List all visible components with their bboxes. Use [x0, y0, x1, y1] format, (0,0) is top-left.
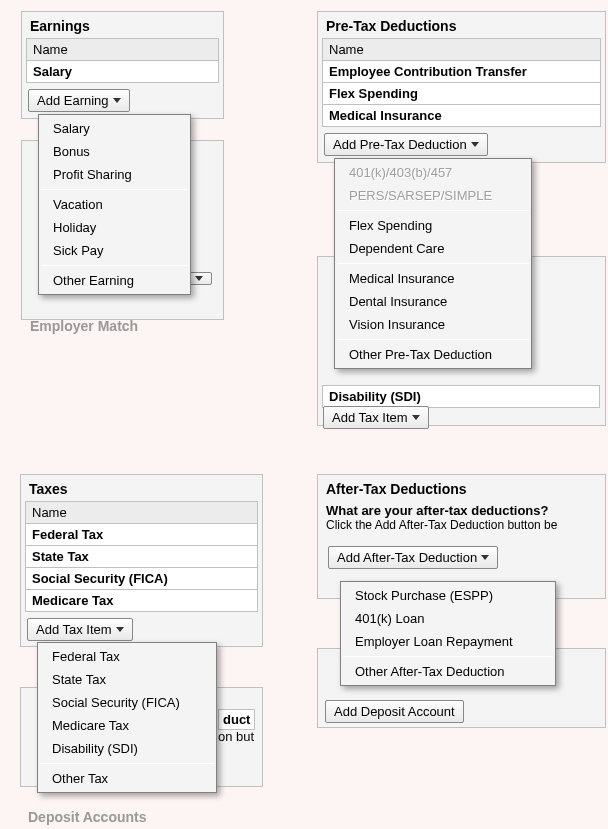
- pretax-row-ect[interactable]: Employee Contribution Transfer: [322, 61, 601, 83]
- menu-item-bonus[interactable]: Bonus: [39, 140, 190, 163]
- menu-item-dependent-care[interactable]: Dependent Care: [335, 237, 531, 260]
- add-tax-item-label-2: Add Tax Item: [332, 410, 408, 425]
- aftertax-title: After-Tax Deductions: [318, 475, 605, 499]
- menu-item-vision-ins[interactable]: Vision Insurance: [335, 313, 531, 336]
- add-aftertax-label: Add After-Tax Deduction: [337, 550, 477, 565]
- taxes-name-header: Name: [25, 501, 258, 524]
- taxes-row-fica[interactable]: Social Security (FICA): [25, 568, 258, 590]
- pretax-row-medical[interactable]: Medical Insurance: [322, 105, 601, 127]
- chevron-down-icon: [471, 142, 479, 147]
- menu-separator: [337, 339, 529, 340]
- chevron-down-icon: [113, 98, 121, 103]
- menu-separator: [40, 763, 214, 764]
- add-aftertax-menu: Stock Purchase (ESPP) 401(k) Loan Employ…: [340, 581, 556, 686]
- menu-item-fica[interactable]: Social Security (FICA): [38, 691, 216, 714]
- menu-item-vacation[interactable]: Vacation: [39, 193, 190, 216]
- taxes-row-federal[interactable]: Federal Tax: [25, 524, 258, 546]
- earnings-title: Earnings: [22, 12, 223, 36]
- earnings-panel: Earnings Name Salary Add Earning: [21, 11, 224, 119]
- menu-item-other-pretax[interactable]: Other Pre-Tax Deduction: [335, 343, 531, 366]
- add-aftertax-button[interactable]: Add After-Tax Deduction: [328, 546, 498, 569]
- aftertax-hint: Click the Add After-Tax Deduction button…: [318, 518, 605, 536]
- menu-item-emp-loan-repay[interactable]: Employer Loan Repayment: [341, 630, 555, 653]
- earnings-name-header: Name: [26, 38, 219, 61]
- menu-item-federal-tax[interactable]: Federal Tax: [38, 645, 216, 668]
- aftertax-question: What are your after-tax deductions?: [318, 499, 605, 518]
- add-deposit-account-label: Add Deposit Account: [334, 704, 455, 719]
- earnings-row-salary[interactable]: Salary: [26, 61, 219, 83]
- add-deposit-account-button[interactable]: Add Deposit Account: [325, 700, 464, 723]
- menu-item-medicare-tax[interactable]: Medicare Tax: [38, 714, 216, 737]
- pretax-panel: Pre-Tax Deductions Name Employee Contrib…: [317, 11, 606, 163]
- menu-item-401k-loan[interactable]: 401(k) Loan: [341, 607, 555, 630]
- taxes-ghost-frag1: duct: [218, 709, 255, 730]
- add-pretax-button[interactable]: Add Pre-Tax Deduction: [324, 133, 488, 156]
- pretax-title: Pre-Tax Deductions: [318, 12, 605, 36]
- add-earning-label: Add Earning: [37, 93, 109, 108]
- menu-item-dental-ins[interactable]: Dental Insurance: [335, 290, 531, 313]
- taxes-title: Taxes: [21, 475, 262, 499]
- deposit-accounts-label: Deposit Accounts: [28, 809, 147, 825]
- chevron-down-icon: [116, 627, 124, 632]
- menu-item-profit-sharing[interactable]: Profit Sharing: [39, 163, 190, 186]
- taxes-panel: Taxes Name Federal Tax State Tax Social …: [20, 474, 263, 647]
- chevron-down-icon: [195, 276, 203, 281]
- menu-separator: [41, 265, 188, 266]
- taxes-row-medicare[interactable]: Medicare Tax: [25, 590, 258, 612]
- add-tax-item-button-pretax[interactable]: Add Tax Item: [323, 406, 429, 429]
- add-pretax-label: Add Pre-Tax Deduction: [333, 137, 467, 152]
- add-tax-item-button[interactable]: Add Tax Item: [27, 618, 133, 641]
- add-tax-menu: Federal Tax State Tax Social Security (F…: [37, 642, 217, 793]
- menu-item-espp[interactable]: Stock Purchase (ESPP): [341, 584, 555, 607]
- menu-item-other-tax[interactable]: Other Tax: [38, 767, 216, 790]
- menu-item-other-earning[interactable]: Other Earning: [39, 269, 190, 292]
- menu-separator: [337, 263, 529, 264]
- menu-item-disability-sdi[interactable]: Disability (SDI): [38, 737, 216, 760]
- add-earning-menu: Salary Bonus Profit Sharing Vacation Hol…: [38, 114, 191, 295]
- add-tax-item-label: Add Tax Item: [36, 622, 112, 637]
- chevron-down-icon: [412, 415, 420, 420]
- add-earning-button[interactable]: Add Earning: [28, 89, 130, 112]
- menu-item-flex-spending[interactable]: Flex Spending: [335, 214, 531, 237]
- menu-item-pers: PERS/SARSEP/SIMPLE: [335, 184, 531, 207]
- menu-item-other-aftertax[interactable]: Other After-Tax Deduction: [341, 660, 555, 683]
- chevron-down-icon: [481, 555, 489, 560]
- menu-item-sick-pay[interactable]: Sick Pay: [39, 239, 190, 262]
- menu-separator: [343, 656, 553, 657]
- employer-match-label: Employer Match: [30, 318, 138, 334]
- menu-item-401k: 401(k)/403(b)/457: [335, 161, 531, 184]
- menu-separator: [41, 189, 188, 190]
- menu-item-medical-ins[interactable]: Medical Insurance: [335, 267, 531, 290]
- taxes-ghost-frag2: on but: [218, 729, 254, 744]
- add-pretax-menu: 401(k)/403(b)/457 PERS/SARSEP/SIMPLE Fle…: [334, 158, 532, 369]
- pretax-ghost-row: Disability (SDI): [322, 385, 600, 408]
- menu-item-holiday[interactable]: Holiday: [39, 216, 190, 239]
- menu-item-salary[interactable]: Salary: [39, 117, 190, 140]
- menu-item-state-tax[interactable]: State Tax: [38, 668, 216, 691]
- taxes-row-state[interactable]: State Tax: [25, 546, 258, 568]
- menu-separator: [337, 210, 529, 211]
- pretax-name-header: Name: [322, 38, 601, 61]
- pretax-row-flex[interactable]: Flex Spending: [322, 83, 601, 105]
